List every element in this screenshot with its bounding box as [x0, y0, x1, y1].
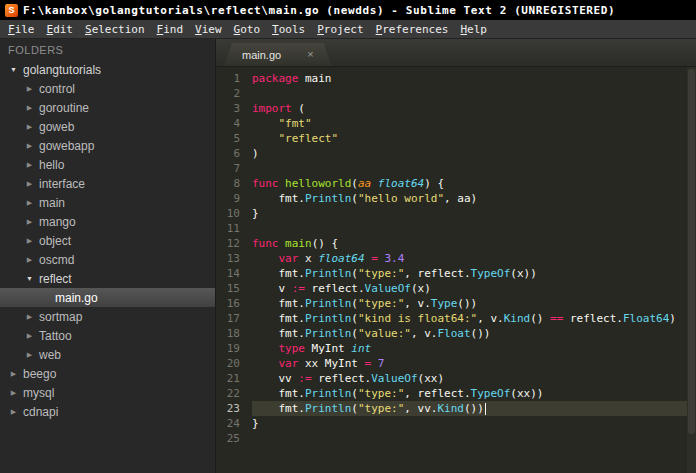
code-line-22: 22 fmt.Println("type:", reflect.TypeOf(x…: [216, 386, 696, 401]
tree-item-gowebapp[interactable]: ▶gowebapp: [0, 136, 215, 155]
tree-item-label: main: [39, 196, 65, 210]
menu-preferences[interactable]: Preferences: [370, 21, 455, 38]
line-content: [252, 161, 696, 176]
tree-item-control[interactable]: ▶control: [0, 79, 215, 98]
line-number: 6: [216, 146, 252, 161]
folder-arrow-icon[interactable]: ▶: [24, 313, 35, 321]
tree-item-main-go[interactable]: main.go: [0, 288, 215, 307]
folder-arrow-icon[interactable]: ▼: [24, 275, 35, 282]
tree-item-reflect[interactable]: ▼reflect: [0, 269, 215, 288]
line-content: fmt.Println("kind is float64:", v.Kind()…: [252, 311, 696, 326]
line-content: fmt.Println("type:", vv.Kind()): [252, 401, 696, 416]
line-content: fmt.Println("type:", reflect.TypeOf(xx)): [252, 386, 696, 401]
sublime-app-icon: S: [5, 4, 18, 17]
folder-arrow-icon[interactable]: ▶: [24, 180, 35, 188]
tree-item-golangtutorials[interactable]: ▼golangtutorials: [0, 60, 215, 79]
folder-arrow-icon[interactable]: ▶: [24, 142, 35, 150]
tree-item-label: mango: [39, 215, 76, 229]
line-number: 4: [216, 116, 252, 131]
tree-item-sortmap[interactable]: ▶sortmap: [0, 307, 215, 326]
tree-item-label: goweb: [39, 120, 74, 134]
tree-item-label: cdnapi: [23, 405, 58, 419]
line-number: 20: [216, 356, 252, 371]
folder-arrow-icon[interactable]: ▶: [8, 408, 19, 416]
tree-item-object[interactable]: ▶object: [0, 231, 215, 250]
tree-item-mango[interactable]: ▶mango: [0, 212, 215, 231]
folder-arrow-icon[interactable]: ▶: [24, 256, 35, 264]
folder-arrow-icon[interactable]: ▶: [24, 332, 35, 340]
text-caret: [485, 403, 486, 415]
code-line-9: 9 fmt.Println("hello world", aa): [216, 191, 696, 206]
sidebar: FOLDERS ▼golangtutorials▶control▶gorouti…: [0, 39, 215, 473]
code-line-6: 6): [216, 146, 696, 161]
tree-item-cdnapi[interactable]: ▶cdnapi: [0, 402, 215, 421]
line-number: 15: [216, 281, 252, 296]
line-content: v := reflect.ValueOf(x): [252, 281, 696, 296]
menu-tools[interactable]: Tools: [266, 21, 311, 38]
title-bar: S F:\kanbox\golangtutorials\reflect\main…: [0, 0, 696, 20]
folder-arrow-icon[interactable]: ▶: [24, 85, 35, 93]
menu-file[interactable]: File: [2, 21, 41, 38]
folder-arrow-icon[interactable]: ▶: [24, 218, 35, 226]
code-line-7: 7: [216, 161, 696, 176]
code-line-11: 11: [216, 221, 696, 236]
line-number: 16: [216, 296, 252, 311]
tab-bar: main.go ×: [216, 39, 696, 67]
code-line-23: 23 fmt.Println("type:", vv.Kind()): [216, 401, 696, 416]
line-content: ): [252, 146, 696, 161]
tree-item-beego[interactable]: ▶beego: [0, 364, 215, 383]
folder-arrow-icon[interactable]: ▶: [24, 123, 35, 131]
folder-arrow-icon[interactable]: ▼: [8, 66, 19, 73]
menu-find[interactable]: Find: [151, 21, 190, 38]
line-content: vv := reflect.ValueOf(xx): [252, 371, 696, 386]
menu-help[interactable]: Help: [454, 21, 493, 38]
tree-item-mysql[interactable]: ▶mysql: [0, 383, 215, 402]
line-content: fmt.Println("hello world", aa): [252, 191, 696, 206]
line-content: fmt.Println("type:", reflect.TypeOf(x)): [252, 266, 696, 281]
line-number: 8: [216, 176, 252, 191]
code-line-17: 17 fmt.Println("kind is float64:", v.Kin…: [216, 311, 696, 326]
folder-arrow-icon[interactable]: ▶: [24, 104, 35, 112]
line-content: var xx MyInt = 7: [252, 356, 696, 371]
scrollbar-thumb[interactable]: [688, 69, 695, 434]
tree-item-label: beego: [23, 367, 56, 381]
tree-item-main[interactable]: ▶main: [0, 193, 215, 212]
tab-main-go[interactable]: main.go ×: [224, 43, 332, 66]
code-line-4: 4 "fmt": [216, 116, 696, 131]
folder-arrow-icon[interactable]: ▶: [24, 199, 35, 207]
code-line-16: 16 fmt.Println("type:", v.Type()): [216, 296, 696, 311]
window-title: F:\kanbox\golangtutorials\reflect\main.g…: [23, 4, 615, 17]
folder-arrow-icon[interactable]: ▶: [24, 237, 35, 245]
sublime-window: S F:\kanbox\golangtutorials\reflect\main…: [0, 0, 696, 473]
tree-item-label: gowebapp: [39, 139, 94, 153]
line-content: func helloworld(aa float64) {: [252, 176, 696, 191]
folder-arrow-icon[interactable]: ▶: [24, 351, 35, 359]
tree-item-label: object: [39, 234, 71, 248]
editor-scrollbar[interactable]: [687, 67, 696, 473]
menu-selection[interactable]: Selection: [79, 21, 151, 38]
tree-item-goweb[interactable]: ▶goweb: [0, 117, 215, 136]
line-number: 10: [216, 206, 252, 221]
tree-item-hello[interactable]: ▶hello: [0, 155, 215, 174]
code-line-25: 25: [216, 431, 696, 446]
menu-view[interactable]: View: [189, 21, 228, 38]
tree-item-goroutine[interactable]: ▶goroutine: [0, 98, 215, 117]
tree-item-oscmd[interactable]: ▶oscmd: [0, 250, 215, 269]
tree-item-web[interactable]: ▶web: [0, 345, 215, 364]
tree-item-tattoo[interactable]: ▶Tattoo: [0, 326, 215, 345]
folder-arrow-icon[interactable]: ▶: [8, 370, 19, 378]
tree-item-interface[interactable]: ▶interface: [0, 174, 215, 193]
folder-arrow-icon[interactable]: ▶: [8, 389, 19, 397]
tree-item-label: golangtutorials: [23, 63, 101, 77]
menu-project[interactable]: Project: [311, 21, 369, 38]
tab-close-icon[interactable]: ×: [307, 49, 313, 60]
line-content: [252, 431, 696, 446]
line-content: fmt.Println("type:", v.Type()): [252, 296, 696, 311]
menu-goto[interactable]: Goto: [228, 21, 267, 38]
code-editor[interactable]: 1package main23import (4 "fmt"5 "reflect…: [216, 67, 696, 473]
line-content: func main() {: [252, 236, 696, 251]
folder-arrow-icon[interactable]: ▶: [24, 161, 35, 169]
menu-edit[interactable]: Edit: [41, 21, 80, 38]
line-content: package main: [252, 71, 696, 86]
line-content: "reflect": [252, 131, 696, 146]
